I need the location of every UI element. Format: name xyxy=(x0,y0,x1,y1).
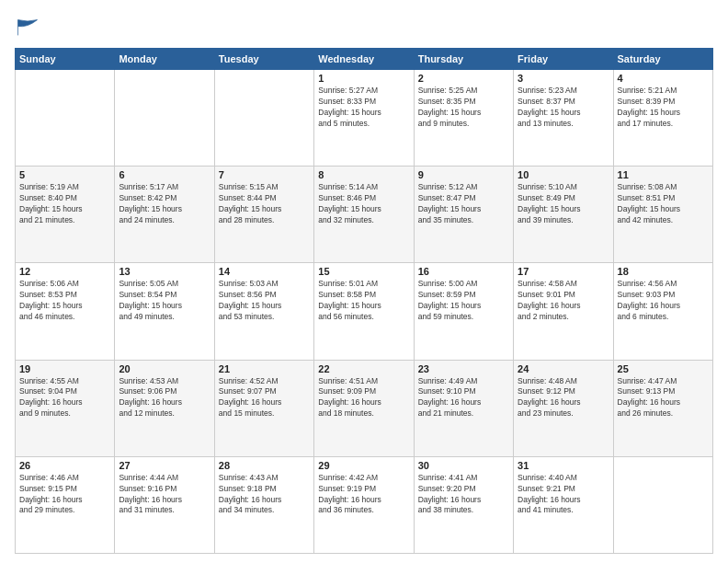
day-info: Sunrise: 5:17 AM Sunset: 8:42 PM Dayligh… xyxy=(119,182,210,226)
calendar-cell: 3Sunrise: 5:23 AM Sunset: 8:37 PM Daylig… xyxy=(514,70,613,167)
calendar-header: SundayMondayTuesdayWednesdayThursdayFrid… xyxy=(16,49,713,70)
day-info: Sunrise: 5:12 AM Sunset: 8:47 PM Dayligh… xyxy=(418,182,509,226)
day-info: Sunrise: 5:06 AM Sunset: 8:53 PM Dayligh… xyxy=(19,279,110,323)
day-info: Sunrise: 4:55 AM Sunset: 9:04 PM Dayligh… xyxy=(19,376,110,420)
day-number: 27 xyxy=(119,460,210,471)
calendar-cell: 17Sunrise: 4:58 AM Sunset: 9:01 PM Dayli… xyxy=(514,263,613,360)
day-number: 11 xyxy=(618,169,709,180)
day-info: Sunrise: 4:41 AM Sunset: 9:20 PM Dayligh… xyxy=(418,473,509,517)
calendar-cell: 19Sunrise: 4:55 AM Sunset: 9:04 PM Dayli… xyxy=(16,360,115,456)
day-info: Sunrise: 5:14 AM Sunset: 8:46 PM Dayligh… xyxy=(318,182,409,226)
calendar-cell: 23Sunrise: 4:49 AM Sunset: 9:10 PM Dayli… xyxy=(414,360,513,456)
day-number: 26 xyxy=(19,460,110,471)
weekday-header-sunday: Sunday xyxy=(16,49,115,70)
calendar-cell: 26Sunrise: 4:46 AM Sunset: 9:15 PM Dayli… xyxy=(16,456,115,553)
day-number: 28 xyxy=(219,460,310,471)
calendar-cell: 29Sunrise: 4:42 AM Sunset: 9:19 PM Dayli… xyxy=(314,456,414,553)
day-info: Sunrise: 4:42 AM Sunset: 9:19 PM Dayligh… xyxy=(318,473,409,517)
calendar-cell: 22Sunrise: 4:51 AM Sunset: 9:09 PM Dayli… xyxy=(314,360,414,456)
calendar-cell: 24Sunrise: 4:48 AM Sunset: 9:12 PM Dayli… xyxy=(514,360,613,456)
day-number: 9 xyxy=(418,169,509,180)
calendar-cell: 20Sunrise: 4:53 AM Sunset: 9:06 PM Dayli… xyxy=(115,360,214,456)
day-number: 19 xyxy=(19,363,110,374)
calendar-cell: 2Sunrise: 5:25 AM Sunset: 8:35 PM Daylig… xyxy=(414,70,513,167)
day-number: 14 xyxy=(219,266,310,277)
calendar-cell: 8Sunrise: 5:14 AM Sunset: 8:46 PM Daylig… xyxy=(314,167,414,263)
calendar-cell: 9Sunrise: 5:12 AM Sunset: 8:47 PM Daylig… xyxy=(414,167,513,263)
calendar: SundayMondayTuesdayWednesdayThursdayFrid… xyxy=(15,48,713,554)
day-info: Sunrise: 5:01 AM Sunset: 8:58 PM Dayligh… xyxy=(318,279,409,323)
day-number: 15 xyxy=(318,266,409,277)
day-info: Sunrise: 5:00 AM Sunset: 8:59 PM Dayligh… xyxy=(418,279,509,323)
header xyxy=(15,15,713,40)
weekday-header-saturday: Saturday xyxy=(613,49,712,70)
day-info: Sunrise: 4:47 AM Sunset: 9:13 PM Dayligh… xyxy=(618,376,709,420)
day-number: 21 xyxy=(219,363,310,374)
weekday-header-thursday: Thursday xyxy=(414,49,513,70)
day-info: Sunrise: 5:19 AM Sunset: 8:40 PM Dayligh… xyxy=(19,182,110,226)
calendar-cell xyxy=(613,456,712,553)
calendar-cell: 21Sunrise: 4:52 AM Sunset: 9:07 PM Dayli… xyxy=(214,360,313,456)
day-number: 3 xyxy=(518,73,609,84)
calendar-cell: 6Sunrise: 5:17 AM Sunset: 8:42 PM Daylig… xyxy=(115,167,214,263)
day-number: 5 xyxy=(19,169,110,180)
day-info: Sunrise: 5:05 AM Sunset: 8:54 PM Dayligh… xyxy=(119,279,210,323)
calendar-cell xyxy=(16,70,115,167)
day-info: Sunrise: 5:27 AM Sunset: 8:33 PM Dayligh… xyxy=(318,86,409,130)
calendar-cell: 31Sunrise: 4:40 AM Sunset: 9:21 PM Dayli… xyxy=(514,456,613,553)
weekday-header-tuesday: Tuesday xyxy=(214,49,313,70)
day-number: 23 xyxy=(418,363,509,374)
day-info: Sunrise: 4:51 AM Sunset: 9:09 PM Dayligh… xyxy=(318,376,409,420)
logo xyxy=(15,15,44,40)
day-number: 25 xyxy=(618,363,709,374)
calendar-cell: 18Sunrise: 4:56 AM Sunset: 9:03 PM Dayli… xyxy=(613,263,712,360)
calendar-cell xyxy=(115,70,214,167)
day-info: Sunrise: 5:25 AM Sunset: 8:35 PM Dayligh… xyxy=(418,86,509,130)
calendar-cell: 30Sunrise: 4:41 AM Sunset: 9:20 PM Dayli… xyxy=(414,456,513,553)
weekday-header-wednesday: Wednesday xyxy=(314,49,414,70)
calendar-cell: 28Sunrise: 4:43 AM Sunset: 9:18 PM Dayli… xyxy=(214,456,313,553)
day-number: 7 xyxy=(219,169,310,180)
day-info: Sunrise: 4:53 AM Sunset: 9:06 PM Dayligh… xyxy=(119,376,210,420)
weekday-row: SundayMondayTuesdayWednesdayThursdayFrid… xyxy=(16,49,713,70)
svg-rect-0 xyxy=(15,15,40,40)
calendar-cell: 5Sunrise: 5:19 AM Sunset: 8:40 PM Daylig… xyxy=(16,167,115,263)
calendar-cell: 4Sunrise: 5:21 AM Sunset: 8:39 PM Daylig… xyxy=(613,70,712,167)
calendar-week-3: 12Sunrise: 5:06 AM Sunset: 8:53 PM Dayli… xyxy=(16,263,713,360)
day-number: 13 xyxy=(119,266,210,277)
calendar-cell: 7Sunrise: 5:15 AM Sunset: 8:44 PM Daylig… xyxy=(214,167,313,263)
day-info: Sunrise: 5:15 AM Sunset: 8:44 PM Dayligh… xyxy=(219,182,310,226)
calendar-cell xyxy=(214,70,313,167)
day-info: Sunrise: 4:58 AM Sunset: 9:01 PM Dayligh… xyxy=(518,279,609,323)
calendar-week-5: 26Sunrise: 4:46 AM Sunset: 9:15 PM Dayli… xyxy=(16,456,713,553)
day-number: 16 xyxy=(418,266,509,277)
day-number: 24 xyxy=(518,363,609,374)
day-info: Sunrise: 4:46 AM Sunset: 9:15 PM Dayligh… xyxy=(19,473,110,517)
day-number: 22 xyxy=(318,363,409,374)
day-info: Sunrise: 4:40 AM Sunset: 9:21 PM Dayligh… xyxy=(518,473,609,517)
day-info: Sunrise: 4:56 AM Sunset: 9:03 PM Dayligh… xyxy=(618,279,709,323)
calendar-cell: 14Sunrise: 5:03 AM Sunset: 8:56 PM Dayli… xyxy=(214,263,313,360)
day-info: Sunrise: 5:03 AM Sunset: 8:56 PM Dayligh… xyxy=(219,279,310,323)
calendar-week-1: 1Sunrise: 5:27 AM Sunset: 8:33 PM Daylig… xyxy=(16,70,713,167)
calendar-cell: 10Sunrise: 5:10 AM Sunset: 8:49 PM Dayli… xyxy=(514,167,613,263)
day-number: 12 xyxy=(19,266,110,277)
day-number: 20 xyxy=(119,363,210,374)
general-blue-logo-icon xyxy=(15,15,40,40)
calendar-cell: 16Sunrise: 5:00 AM Sunset: 8:59 PM Dayli… xyxy=(414,263,513,360)
day-info: Sunrise: 5:10 AM Sunset: 8:49 PM Dayligh… xyxy=(518,182,609,226)
calendar-cell: 12Sunrise: 5:06 AM Sunset: 8:53 PM Dayli… xyxy=(16,263,115,360)
calendar-cell: 1Sunrise: 5:27 AM Sunset: 8:33 PM Daylig… xyxy=(314,70,414,167)
calendar-cell: 25Sunrise: 4:47 AM Sunset: 9:13 PM Dayli… xyxy=(613,360,712,456)
day-number: 8 xyxy=(318,169,409,180)
day-number: 4 xyxy=(618,73,709,84)
page: SundayMondayTuesdayWednesdayThursdayFrid… xyxy=(0,0,728,563)
calendar-cell: 11Sunrise: 5:08 AM Sunset: 8:51 PM Dayli… xyxy=(613,167,712,263)
day-info: Sunrise: 4:52 AM Sunset: 9:07 PM Dayligh… xyxy=(219,376,310,420)
calendar-cell: 27Sunrise: 4:44 AM Sunset: 9:16 PM Dayli… xyxy=(115,456,214,553)
day-number: 17 xyxy=(518,266,609,277)
day-info: Sunrise: 4:43 AM Sunset: 9:18 PM Dayligh… xyxy=(219,473,310,517)
calendar-body: 1Sunrise: 5:27 AM Sunset: 8:33 PM Daylig… xyxy=(16,70,713,554)
day-info: Sunrise: 4:48 AM Sunset: 9:12 PM Dayligh… xyxy=(518,376,609,420)
day-number: 31 xyxy=(518,460,609,471)
